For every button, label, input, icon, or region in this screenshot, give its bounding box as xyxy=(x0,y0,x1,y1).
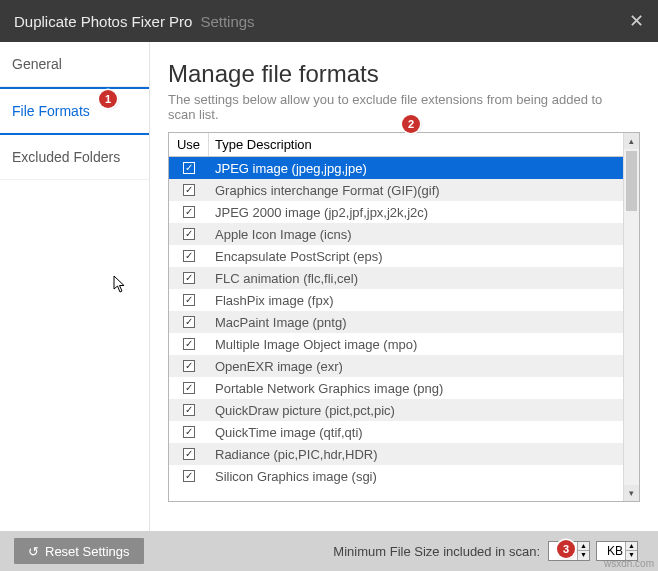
column-use[interactable]: Use xyxy=(169,133,209,156)
min-size-label: Minimum File Size included in scan: xyxy=(333,544,540,559)
use-checkbox[interactable]: ✓ xyxy=(183,272,195,284)
use-checkbox[interactable]: ✓ xyxy=(183,294,195,306)
sidebar: General File Formats Excluded Folders xyxy=(0,42,150,531)
table-row[interactable]: ✓OpenEXR image (exr) xyxy=(169,355,623,377)
table-row[interactable]: ✓JPEG image (jpeg,jpg,jpe) xyxy=(169,157,623,179)
use-checkbox[interactable]: ✓ xyxy=(183,206,195,218)
sidebar-item-excluded-folders[interactable]: Excluded Folders xyxy=(0,135,149,180)
use-checkbox[interactable]: ✓ xyxy=(183,250,195,262)
table-row[interactable]: ✓QuickDraw picture (pict,pct,pic) xyxy=(169,399,623,421)
column-description[interactable]: Type Description xyxy=(209,133,623,156)
reset-label: Reset Settings xyxy=(45,544,130,559)
table-row[interactable]: ✓FlashPix image (fpx) xyxy=(169,289,623,311)
scrollbar[interactable]: ▴ ▾ xyxy=(623,133,639,501)
table-row[interactable]: ✓Silicon Graphics image (sgi) xyxy=(169,465,623,487)
row-description: Portable Network Graphics image (png) xyxy=(209,381,623,396)
title-bar: Duplicate Photos Fixer Pro Settings ✕ xyxy=(0,0,658,42)
reset-icon: ↺ xyxy=(28,544,39,559)
annotation-3: 3 xyxy=(557,540,575,558)
row-description: JPEG image (jpeg,jpg,jpe) xyxy=(209,161,623,176)
table-row[interactable]: ✓MacPaint Image (pntg) xyxy=(169,311,623,333)
row-description: QuickTime image (qtif,qti) xyxy=(209,425,623,440)
scroll-up-icon[interactable]: ▴ xyxy=(624,133,639,149)
row-description: Apple Icon Image (icns) xyxy=(209,227,623,242)
table-row[interactable]: ✓JPEG 2000 image (jp2,jpf,jpx,j2k,j2c) xyxy=(169,201,623,223)
row-description: FLC animation (flc,fli,cel) xyxy=(209,271,623,286)
sidebar-item-file-formats[interactable]: File Formats xyxy=(0,87,149,135)
size-up-icon[interactable]: ▲ xyxy=(578,542,589,551)
row-description: JPEG 2000 image (jp2,jpf,jpx,j2k,j2c) xyxy=(209,205,623,220)
row-description: Multiple Image Object image (mpo) xyxy=(209,337,623,352)
content-pane: Manage file formats The settings below a… xyxy=(150,42,658,531)
annotation-2: 2 xyxy=(402,115,420,133)
row-description: Radiance (pic,PIC,hdr,HDR) xyxy=(209,447,623,462)
use-checkbox[interactable]: ✓ xyxy=(183,382,195,394)
grid-header: Use Type Description xyxy=(169,133,623,157)
window-section: Settings xyxy=(200,13,254,30)
use-checkbox[interactable]: ✓ xyxy=(183,426,195,438)
table-row[interactable]: ✓Multiple Image Object image (mpo) xyxy=(169,333,623,355)
use-checkbox[interactable]: ✓ xyxy=(183,404,195,416)
table-row[interactable]: ✓Radiance (pic,PIC,hdr,HDR) xyxy=(169,443,623,465)
row-description: FlashPix image (fpx) xyxy=(209,293,623,308)
scroll-down-icon[interactable]: ▾ xyxy=(624,485,639,501)
reset-settings-button[interactable]: ↺ Reset Settings xyxy=(14,538,144,564)
page-title: Manage file formats xyxy=(168,60,640,88)
scroll-thumb[interactable] xyxy=(626,151,637,211)
row-description: QuickDraw picture (pict,pct,pic) xyxy=(209,403,623,418)
table-row[interactable]: ✓Graphics interchange Format (GIF)(gif) xyxy=(169,179,623,201)
use-checkbox[interactable]: ✓ xyxy=(183,228,195,240)
formats-grid: Use Type Description ✓JPEG image (jpeg,j… xyxy=(168,132,640,502)
row-description: OpenEXR image (exr) xyxy=(209,359,623,374)
close-icon[interactable]: ✕ xyxy=(629,10,644,32)
use-checkbox[interactable]: ✓ xyxy=(183,338,195,350)
row-description: Encapsulate PostScript (eps) xyxy=(209,249,623,264)
row-description: Graphics interchange Format (GIF)(gif) xyxy=(209,183,623,198)
table-row[interactable]: ✓QuickTime image (qtif,qti) xyxy=(169,421,623,443)
size-down-icon[interactable]: ▼ xyxy=(578,551,589,560)
use-checkbox[interactable]: ✓ xyxy=(183,184,195,196)
use-checkbox[interactable]: ✓ xyxy=(183,162,195,174)
use-checkbox[interactable]: ✓ xyxy=(183,316,195,328)
table-row[interactable]: ✓Encapsulate PostScript (eps) xyxy=(169,245,623,267)
use-checkbox[interactable]: ✓ xyxy=(183,360,195,372)
unit-up-icon[interactable]: ▲ xyxy=(626,542,637,551)
size-unit[interactable]: KB xyxy=(597,544,625,558)
sidebar-item-general[interactable]: General xyxy=(0,42,149,87)
app-title: Duplicate Photos Fixer Pro xyxy=(14,13,192,30)
use-checkbox[interactable]: ✓ xyxy=(183,448,195,460)
annotation-1: 1 xyxy=(99,90,117,108)
table-row[interactable]: ✓Apple Icon Image (icns) xyxy=(169,223,623,245)
watermark: wsxdn.com xyxy=(604,558,654,569)
table-row[interactable]: ✓Portable Network Graphics image (png) xyxy=(169,377,623,399)
table-row[interactable]: ✓FLC animation (flc,fli,cel) xyxy=(169,267,623,289)
row-description: MacPaint Image (pntg) xyxy=(209,315,623,330)
use-checkbox[interactable]: ✓ xyxy=(183,470,195,482)
row-description: Silicon Graphics image (sgi) xyxy=(209,469,623,484)
